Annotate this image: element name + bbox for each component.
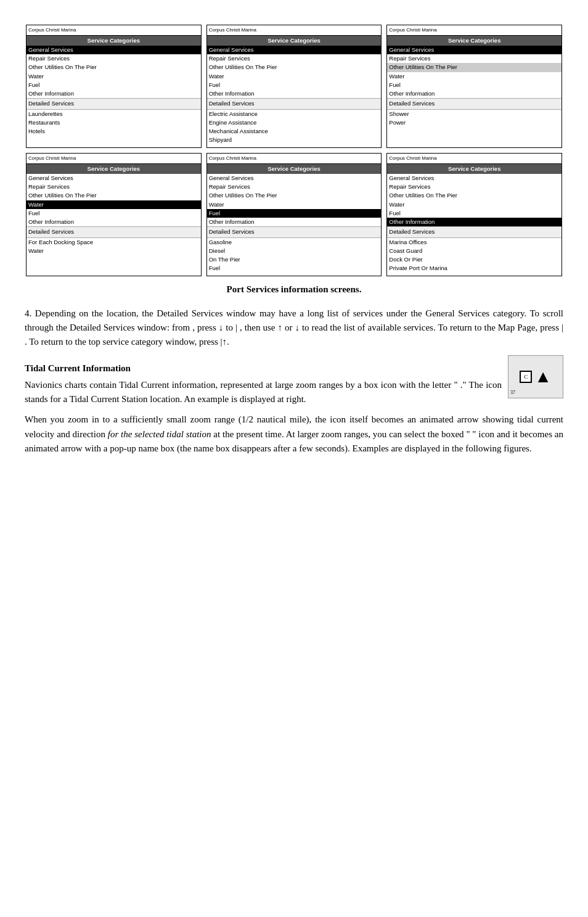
marina-name: Corpus Christi Marina [389, 155, 436, 161]
category-item: Repair Services [387, 183, 561, 191]
category-item: Fuel [207, 81, 382, 89]
marina-name: Corpus Christi Marina [28, 27, 76, 33]
screen-title-bar: Corpus Christi Marina [207, 154, 382, 164]
category-item: Water [27, 72, 201, 81]
category-item: Fuel [387, 81, 561, 89]
detail-services-header: Detailed Services [387, 98, 561, 109]
category-item: Other Utilities On The Pier [207, 63, 382, 72]
detail-item: Power [387, 118, 561, 127]
detail-item: Hotels [27, 127, 201, 136]
marina-name: Corpus Christi Marina [209, 27, 256, 33]
tidal-square-icon: C [520, 371, 532, 383]
category-item: Water [207, 200, 382, 209]
tidal-icon-box: C ▲ 37 [508, 355, 563, 398]
category-item: General Services [207, 174, 382, 183]
category-item: Other Utilities On The Pier [27, 63, 201, 72]
category-item: Water [387, 200, 561, 209]
screen-title-bar: Corpus Christi Marina [207, 25, 382, 36]
categories-header: Service Categories [27, 164, 201, 174]
screen-bottom-center: Corpus Christi MarinaService CategoriesG… [206, 153, 382, 276]
screen-title-bar: Corpus Christi Marina [387, 25, 561, 36]
tidal-icon-inner: C ▲ [520, 364, 552, 390]
category-item: General Services [27, 174, 201, 183]
category-item: Repair Services [207, 54, 382, 63]
tidal-text-block: Tidal Current Information Navionics char… [25, 355, 502, 406]
category-item: Other Information [27, 218, 201, 226]
category-item: Other Utilities On The Pier [387, 63, 561, 72]
category-item: Other Utilities On The Pier [27, 191, 201, 200]
category-item: Water [387, 72, 561, 81]
detail-item: Restaurants [27, 118, 201, 127]
categories-header: Service Categories [207, 164, 382, 174]
category-item: Fuel [207, 209, 382, 218]
categories-header: Service Categories [27, 36, 201, 46]
screen-top-center: Corpus Christi MarinaService CategoriesG… [206, 25, 382, 148]
detail-item: For Each Docking Space [27, 238, 201, 247]
category-item: Repair Services [207, 183, 382, 191]
categories-header: Service Categories [387, 164, 561, 174]
caption: Port Services information screens. [25, 282, 563, 297]
screen-title-bar: Corpus Christi Marina [387, 154, 561, 164]
detail-item: Marina Offices [387, 238, 561, 247]
detail-services-header: Detailed Services [387, 226, 561, 237]
detail-services-header: Detailed Services [27, 98, 201, 109]
detail-item: Launderettes [27, 110, 201, 118]
detail-item: On The Pier [207, 255, 382, 264]
detail-services-header: Detailed Services [27, 226, 201, 237]
tidal-label: 37 [510, 389, 515, 397]
category-item: General Services [387, 174, 561, 183]
marina-name: Corpus Christi Marina [209, 155, 256, 161]
paragraph3: When you zoom in to a sufficiently small… [25, 413, 563, 456]
category-item: Other Information [207, 89, 382, 98]
category-item: Repair Services [387, 54, 561, 63]
tidal-section: Tidal Current Information Navionics char… [25, 355, 563, 406]
detail-item: Shipyard [207, 136, 382, 144]
detail-item: Shower [387, 110, 561, 118]
screen-top-right: Corpus Christi MarinaService CategoriesG… [386, 25, 562, 148]
tidal-header: Tidal Current Information [25, 361, 502, 376]
category-item: Fuel [27, 209, 201, 218]
detail-item: Water [27, 247, 201, 255]
screen-bottom-right: Corpus Christi MarinaService CategoriesG… [386, 153, 562, 276]
detail-item: Diesel [207, 247, 382, 255]
detail-services-header: Detailed Services [207, 226, 382, 237]
detail-item: Fuel [207, 264, 382, 273]
italic-text: for the selected tidal station [108, 429, 211, 439]
detail-item: Mechanical Assistance [207, 127, 382, 136]
category-item: Other Information [387, 218, 561, 226]
category-item: General Services [27, 46, 201, 54]
category-item: Repair Services [27, 54, 201, 63]
detail-item: Dock Or Pier [387, 255, 561, 264]
category-item: Other Utilities On The Pier [387, 191, 561, 200]
screen-bottom-left: Corpus Christi MarinaService CategoriesG… [26, 153, 202, 276]
categories-header: Service Categories [387, 36, 561, 46]
screen-title-bar: Corpus Christi Marina [27, 154, 201, 164]
category-item: Water [27, 200, 201, 209]
category-item: Water [207, 72, 382, 81]
category-item: Repair Services [27, 183, 201, 191]
category-item: Other Information [207, 218, 382, 226]
detail-item: Gasoline [207, 238, 382, 247]
category-item: Other Information [387, 89, 561, 98]
detail-item: Coast Guard [387, 247, 561, 255]
tidal-paragraph: Navionics charts contain Tidal Current i… [25, 378, 502, 407]
detail-item: Private Port Or Marina [387, 264, 561, 273]
screen-top-left: Corpus Christi MarinaService CategoriesG… [26, 25, 202, 148]
category-item: General Services [387, 46, 561, 54]
marina-name: Corpus Christi Marina [389, 27, 436, 33]
category-item: Other Utilities On The Pier [207, 191, 382, 200]
categories-header: Service Categories [207, 36, 382, 46]
detail-services-header: Detailed Services [207, 98, 382, 109]
tidal-arrow-icon: ▲ [534, 364, 552, 390]
paragraph1: 4. Depending on the location, the Detail… [25, 306, 563, 350]
category-item: Fuel [27, 81, 201, 89]
detail-item: Engine Assistance [207, 118, 382, 127]
marina-name: Corpus Christi Marina [28, 155, 76, 161]
category-item: Other Information [27, 89, 201, 98]
category-item: General Services [207, 46, 382, 54]
category-item: Fuel [387, 209, 561, 218]
screen-title-bar: Corpus Christi Marina [27, 25, 201, 36]
screens-grid: Corpus Christi MarinaService CategoriesG… [26, 25, 562, 276]
detail-item: Electric Assistance [207, 110, 382, 118]
